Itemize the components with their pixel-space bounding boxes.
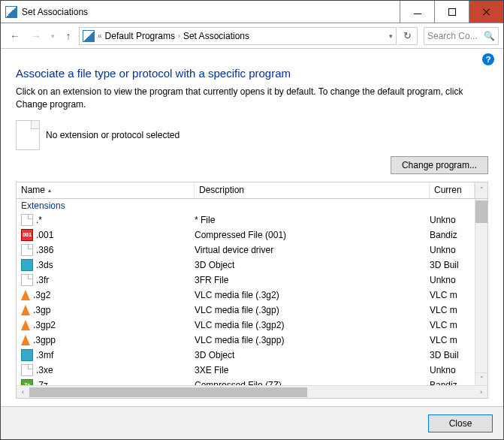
window-title: Set Associations bbox=[22, 7, 400, 17]
breadcrumb-default-programs[interactable]: Default Programs bbox=[105, 31, 175, 41]
location-icon bbox=[83, 30, 95, 42]
default-text: VLC m bbox=[430, 335, 475, 345]
address-dropdown-icon[interactable]: ▾ bbox=[389, 32, 393, 40]
search-input[interactable]: Search Co... 🔍 bbox=[424, 27, 499, 45]
footer: Close bbox=[1, 406, 503, 439]
description-text: * File bbox=[195, 215, 430, 225]
blue3d-file-icon bbox=[21, 259, 33, 271]
description-text: 3XE File bbox=[195, 365, 430, 375]
extension-text: .3mf bbox=[36, 350, 53, 360]
table-row[interactable]: .3g2VLC media file (.3g2)VLC m bbox=[17, 288, 475, 303]
default-text: Unkno bbox=[430, 215, 475, 225]
column-name[interactable]: Name ▴ bbox=[17, 182, 195, 198]
horizontal-scroll-thumb[interactable] bbox=[29, 387, 307, 397]
scroll-down-button[interactable]: ˅ bbox=[475, 372, 487, 385]
cone-file-icon bbox=[21, 335, 30, 345]
description-text: Compressed File (7Z) bbox=[195, 380, 430, 385]
sort-indicator-icon: ▴ bbox=[48, 187, 51, 194]
description-text: 3FR File bbox=[195, 275, 430, 285]
description-text: 3D Object bbox=[195, 260, 430, 270]
default-text: 3D Buil bbox=[430, 260, 475, 270]
default-text: VLC m bbox=[430, 305, 475, 315]
extension-text: .3gp bbox=[33, 305, 50, 315]
extension-text: .3xe bbox=[36, 365, 53, 375]
table-header: Name ▴ Description Curren ˄ bbox=[17, 182, 487, 199]
description-text: 3D Object bbox=[195, 350, 430, 360]
help-icon[interactable]: ? bbox=[482, 53, 494, 65]
blank-file-icon bbox=[21, 274, 33, 286]
selection-row: No extension or protocol selected bbox=[16, 120, 488, 150]
table-row[interactable]: .386Virtual device driverUnkno bbox=[17, 243, 475, 258]
table-row[interactable]: .3fr3FR FileUnkno bbox=[17, 273, 475, 288]
app-icon bbox=[5, 6, 17, 18]
scroll-up-button[interactable]: ˄ bbox=[475, 182, 487, 198]
table-row[interactable]: .3xe3XE FileUnkno bbox=[17, 363, 475, 378]
default-text: 3D Buil bbox=[430, 350, 475, 360]
table-row[interactable]: 001.001Compressed File (001)Bandiz bbox=[17, 228, 475, 243]
description-text: Compressed File (001) bbox=[195, 230, 430, 240]
forward-button[interactable]: → bbox=[26, 27, 46, 45]
scroll-left-button[interactable]: ‹ bbox=[17, 388, 29, 396]
table-row[interactable]: 7z.7zCompressed File (7Z)Bandiz bbox=[17, 378, 475, 385]
column-default[interactable]: Curren bbox=[430, 182, 475, 198]
description-text: VLC media file (.3g2) bbox=[195, 290, 430, 300]
vertical-scrollbar[interactable]: ˅ bbox=[475, 199, 487, 385]
extension-text: .* bbox=[36, 215, 42, 225]
blank-file-icon bbox=[21, 214, 33, 226]
minimize-button[interactable] bbox=[400, 1, 434, 23]
description-text: Virtual device driver bbox=[195, 245, 430, 255]
address-bar[interactable]: « Default Programs › Set Associations ▾ bbox=[79, 27, 397, 45]
vertical-scroll-thumb[interactable] bbox=[475, 200, 487, 223]
blue3d-file-icon bbox=[21, 349, 33, 361]
table-row[interactable]: .3gp2VLC media file (.3gp2)VLC m bbox=[17, 318, 475, 333]
set-associations-window: Set Associations ← → ▾ ↑ « Default Progr… bbox=[0, 0, 504, 440]
table-body: Extensions .** FileUnkno001.001Compresse… bbox=[17, 199, 475, 385]
default-text: Bandiz bbox=[430, 230, 475, 240]
extension-text: .3gp2 bbox=[33, 320, 56, 330]
breadcrumb-set-associations[interactable]: Set Associations bbox=[183, 31, 249, 41]
cone-file-icon bbox=[21, 305, 30, 315]
default-text: Unkno bbox=[430, 275, 475, 285]
column-description[interactable]: Description bbox=[195, 182, 430, 198]
green-file-icon: 7z bbox=[21, 379, 33, 385]
titlebar: Set Associations bbox=[1, 1, 503, 23]
up-button[interactable]: ↑ bbox=[59, 27, 77, 45]
associations-table: Name ▴ Description Curren ˄ Extensions .… bbox=[16, 182, 488, 399]
change-program-button[interactable]: Change program... bbox=[391, 156, 488, 174]
description-text: VLC media file (.3gp) bbox=[195, 305, 430, 315]
table-row[interactable]: .3ds3D Object3D Buil bbox=[17, 258, 475, 273]
default-text: VLC m bbox=[430, 320, 475, 330]
blank-file-icon bbox=[16, 120, 40, 150]
table-row[interactable]: .3mf3D Object3D Buil bbox=[17, 348, 475, 363]
page-heading: Associate a file type or protocol with a… bbox=[16, 67, 488, 80]
extension-text: .3g2 bbox=[33, 290, 50, 300]
close-window-button[interactable] bbox=[469, 1, 503, 23]
table-row[interactable]: .3gpVLC media file (.3gp)VLC m bbox=[17, 303, 475, 318]
table-row[interactable]: .3gppVLC media file (.3gpp)VLC m bbox=[17, 333, 475, 348]
description-text: VLC media file (.3gp2) bbox=[195, 320, 430, 330]
red-file-icon: 001 bbox=[21, 229, 33, 241]
recent-dropdown-icon[interactable]: ▾ bbox=[47, 27, 58, 45]
search-placeholder: Search Co... bbox=[427, 31, 478, 41]
page-subtext: Click on an extension to view the progra… bbox=[16, 86, 488, 111]
scroll-right-button[interactable]: › bbox=[475, 388, 487, 396]
back-button[interactable]: ← bbox=[5, 27, 25, 45]
extension-text: .3gpp bbox=[33, 335, 56, 345]
extension-text: .3fr bbox=[36, 275, 49, 285]
group-extensions: Extensions bbox=[17, 199, 475, 212]
extension-text: .001 bbox=[36, 230, 53, 240]
breadcrumb-prefix-icon: « bbox=[98, 32, 102, 40]
cone-file-icon bbox=[21, 320, 30, 330]
refresh-button[interactable]: ↻ bbox=[398, 27, 418, 45]
default-text: VLC m bbox=[430, 290, 475, 300]
maximize-button[interactable] bbox=[434, 1, 469, 23]
blank-file-icon bbox=[21, 364, 33, 376]
extension-text: .7z bbox=[36, 380, 48, 385]
chevron-right-icon: › bbox=[178, 32, 180, 40]
close-button[interactable]: Close bbox=[428, 414, 493, 432]
content-area: ? Associate a file type or protocol with… bbox=[1, 49, 503, 406]
extension-text: .3ds bbox=[36, 260, 53, 270]
table-row[interactable]: .** FileUnkno bbox=[17, 212, 475, 228]
default-text: Bandiz bbox=[430, 380, 475, 385]
horizontal-scrollbar[interactable]: ‹ › bbox=[17, 385, 487, 398]
